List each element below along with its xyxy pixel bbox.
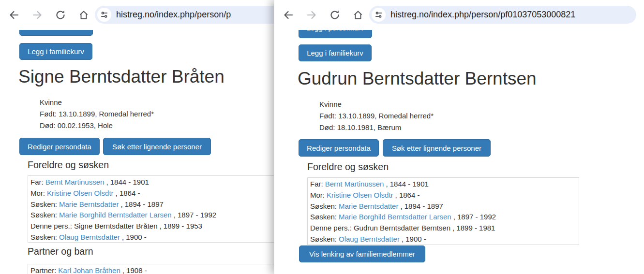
relation-label: Søsken:: [30, 200, 57, 208]
person-link[interactable]: Kristine Olsen Olsdtr: [47, 189, 114, 197]
site-info-icon[interactable]: [97, 8, 111, 22]
person-link[interactable]: Olaug Berntsdatter: [59, 233, 120, 241]
reload-icon[interactable]: [54, 9, 67, 21]
back-icon[interactable]: [282, 9, 295, 21]
person-link[interactable]: Kristine Olsen Olsdtr: [327, 191, 393, 199]
family-row: Far:Bernt Martinussen, 1844 - 1901: [310, 179, 579, 190]
rediger-persondata-button[interactable]: Rediger persondata: [299, 139, 379, 157]
family-row: Mor:Kristine Olsen Olsdtr, 1864 -: [310, 190, 579, 201]
relation-label: Far:: [30, 178, 44, 186]
rediger-persondata-button[interactable]: Rediger persondata: [19, 138, 100, 155]
button-label: Legg i personkurv: [306, 30, 364, 32]
family-row: Søsken:Olaug Berntsdatter, 1900 -: [310, 234, 579, 245]
life-dates: , 1908 -: [122, 266, 147, 274]
web-page: Legg i personkurv Legg i familiekurv Gud…: [274, 30, 644, 274]
family-row-current-person: Denne pers.:Gudrun Berntsdatter Berntsen…: [310, 223, 579, 234]
browser-toolbar: histreg.no/index.php/person/p: [0, 0, 274, 30]
relation-label: Søsken:: [30, 211, 57, 219]
legg-i-familiekurv-button[interactable]: Legg i familiekurv: [19, 43, 92, 60]
life-dates: , 1899 - 1953: [160, 222, 202, 230]
legg-i-familiekurv-button[interactable]: Legg i familiekurv: [299, 44, 372, 61]
life-dates: , 1864 -: [395, 191, 420, 199]
partner-list-box: Partner:Karl Johan Bråthen, 1908 -: [28, 264, 274, 274]
family-row: Søsken:Marie Berntsdatter, 1894 - 1897: [310, 201, 579, 212]
person-link[interactable]: Olaug Berntsdatter: [339, 235, 400, 243]
url-text: histreg.no/index.php/person/p: [116, 10, 231, 20]
back-icon[interactable]: [8, 9, 20, 21]
born-line: Født: 13.10.1899, Romedal herred*: [40, 108, 154, 120]
person-link[interactable]: Marie Borghild Berntsdatter Larsen: [339, 213, 451, 221]
current-person-name: Gudrun Berntsdatter Berntsen: [354, 224, 450, 232]
gender-line: Kvinne: [40, 97, 154, 108]
born-line: Født: 13.10.1899, Romedal herred*: [319, 110, 434, 122]
url-text: histreg.no/index.php/person/pf0103705300…: [390, 10, 575, 20]
relation-label: Partner:: [30, 266, 56, 274]
died-line: Død: 00.02.1953, Hole: [40, 120, 154, 131]
life-dates: , 1897 - 1992: [174, 211, 216, 219]
legg-i-personkurv-button-clipped[interactable]: [19, 30, 93, 36]
gender-line: Kvinne: [319, 99, 434, 110]
life-dates: , 1900 -: [402, 235, 426, 243]
family-row: Søsken:Marie Borghild Berntsdatter Larse…: [30, 210, 274, 221]
life-dates: , 1900 -: [122, 233, 147, 241]
parents-section-title: Foreldre og søsken: [28, 159, 109, 171]
partner-row: Partner:Karl Johan Bråthen, 1908 -: [30, 265, 274, 274]
forward-icon[interactable]: [305, 9, 318, 21]
relation-label: Denne pers.:: [310, 224, 352, 232]
reload-icon[interactable]: [329, 9, 341, 21]
relation-label: Søsken:: [310, 235, 337, 243]
browser-toolbar: histreg.no/index.php/person/pf0103705300…: [274, 0, 644, 30]
person-link[interactable]: Marie Borghild Berntsdatter Larsen: [59, 211, 172, 219]
forward-icon[interactable]: [31, 9, 44, 21]
person-link[interactable]: Bernt Martinussen: [325, 180, 384, 188]
relation-label: Søsken:: [310, 213, 337, 221]
family-row: Søsken:Marie Berntsdatter, 1894 - 1897: [30, 199, 274, 210]
life-dates: , 1844 - 1901: [106, 178, 149, 186]
site-info-icon[interactable]: [372, 8, 386, 22]
person-name-heading: Signe Berntsdatter Bråten: [18, 67, 225, 87]
family-row: Far:Bernt Martinussen, 1844 - 1901: [30, 177, 274, 188]
life-dates: , 1897 - 1992: [453, 213, 496, 221]
browser-window-right: histreg.no/index.php/person/pf0103705300…: [274, 0, 644, 274]
sok-lignende-personer-button[interactable]: Søk etter lignende personer: [383, 139, 491, 157]
current-person-name: Signe Berntsdatter Bråten: [74, 222, 158, 230]
person-link[interactable]: Bernt Martinussen: [45, 178, 105, 186]
relation-label: Denne pers.:: [30, 222, 72, 230]
died-line: Død: 18.10.1981, Bærum: [319, 122, 434, 133]
life-dates: , 1844 - 1901: [386, 180, 428, 188]
life-dates: , 1894 - 1897: [400, 202, 443, 210]
address-bar[interactable]: histreg.no/index.php/person/p: [95, 6, 274, 24]
family-row: Søsken:Marie Borghild Berntsdatter Larse…: [310, 212, 579, 223]
family-row-current-person: Denne pers.:Signe Berntsdatter Bråten, 1…: [30, 221, 274, 232]
vis-lenking-familiemedlemmer-button[interactable]: Vis lenking av familiemedlemmer: [299, 245, 425, 262]
partner-section-title: Partner og barn: [28, 246, 93, 257]
person-name-heading: Gudrun Berntsdatter Berntsen: [298, 69, 537, 89]
family-list-box: Far:Bernt Martinussen, 1844 - 1901 Mor:K…: [28, 175, 274, 243]
relation-label: Søsken:: [30, 233, 57, 241]
home-icon[interactable]: [352, 9, 364, 21]
web-page: Legg i familiekurv Signe Berntsdatter Br…: [0, 30, 274, 274]
life-dates: , 1894 - 1897: [120, 200, 163, 208]
person-link[interactable]: Marie Berntsdatter: [59, 200, 119, 208]
person-meta: Kvinne Født: 13.10.1899, Romedal herred*…: [319, 99, 434, 133]
relation-label: Mor:: [30, 189, 45, 197]
life-dates: , 1899 - 1981: [452, 224, 495, 232]
person-link[interactable]: Karl Johan Bråthen: [58, 266, 120, 274]
person-meta: Kvinne Født: 13.10.1899, Romedal herred*…: [40, 97, 154, 131]
parents-section-title: Foreldre og søsken: [307, 161, 389, 173]
family-row: Mor:Kristine Olsen Olsdtr, 1864 -: [30, 188, 274, 199]
life-dates: , 1864 -: [116, 189, 140, 197]
sok-lignende-personer-button[interactable]: Søk etter lignende personer: [103, 138, 211, 155]
relation-label: Mor:: [310, 191, 325, 199]
person-link[interactable]: Marie Berntsdatter: [339, 202, 398, 210]
family-list-box: Far:Bernt Martinussen, 1844 - 1901 Mor:K…: [307, 177, 579, 245]
home-icon[interactable]: [77, 9, 90, 21]
relation-label: Far:: [310, 180, 323, 188]
browser-window-left: histreg.no/index.php/person/p Legg i fam…: [0, 0, 274, 274]
family-row: Søsken:Olaug Berntsdatter, 1900 -: [30, 232, 274, 243]
legg-i-personkurv-button-clipped[interactable]: Legg i personkurv: [299, 30, 372, 38]
relation-label: Søsken:: [310, 202, 337, 210]
address-bar[interactable]: histreg.no/index.php/person/pf0103705300…: [369, 6, 636, 24]
